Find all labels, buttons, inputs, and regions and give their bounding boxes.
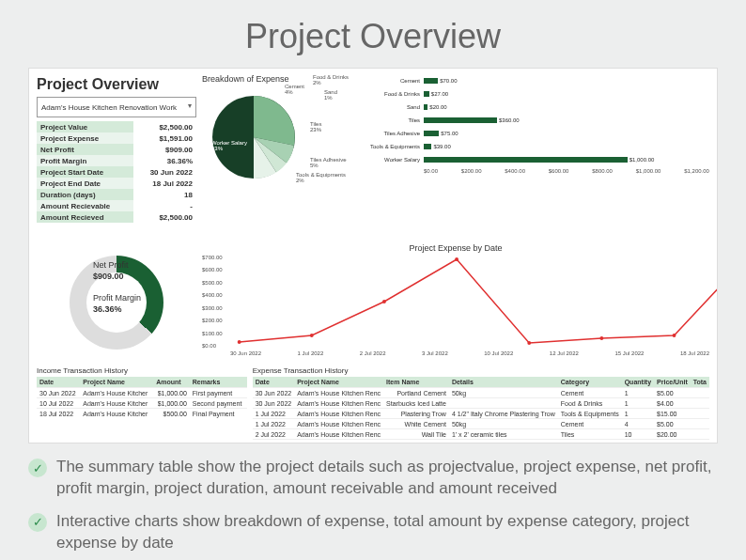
income-table: DateProject NameAmountRemarks30 Jun 2022… — [37, 377, 247, 418]
expense-table: DateProject NameItem NameDetailsCategory… — [253, 377, 709, 443]
expense-title: Expense Transaction History — [253, 366, 709, 375]
svg-point-5 — [527, 341, 531, 345]
line-chart: Project Expense by Date $0.00$100.00$200… — [202, 243, 709, 361]
table-row: 30 Jun 2022Adam's House Kitcher$1,000.00… — [37, 388, 247, 398]
page-title: Project Overview — [28, 17, 718, 56]
table-row: 1 Jul 2022Adam's House Kitchen RencPlast… — [253, 409, 709, 419]
pie-label-cem: Cement4% — [285, 84, 304, 95]
check-icon: ✓ — [28, 459, 47, 477]
svg-point-4 — [455, 257, 458, 261]
expense-table-wrap: Expense Transaction History DateProject … — [253, 365, 709, 443]
pie-label-worker: Worker Salary63% — [211, 140, 247, 151]
line-title: Project Expense by Date — [202, 243, 709, 253]
project-name-text: Adam's House Kitchen Renovation Work — [41, 103, 177, 112]
table-row: 30 Jun 2022Adam's House Kitchen RencStar… — [253, 398, 709, 409]
feature-text: Interactive charts show breakdown of exp… — [56, 511, 718, 554]
pie-label-ta: Tiles Adhesive5% — [310, 157, 346, 168]
check-icon: ✓ — [28, 513, 47, 532]
income-title: Income Transaction History — [37, 366, 247, 375]
pie-label-sand: Sand1% — [324, 89, 337, 101]
table-row: 2 Jul 2022Adam's House Kitchen RencWall … — [253, 429, 709, 440]
bar-chart: Cement$70.00Food & Drinks$27.00Sand$20.0… — [367, 74, 709, 243]
bar-row: Tools & Equipments$39.00 — [367, 140, 709, 153]
bar-row: Tiles Adhesive$75.00 — [367, 127, 709, 140]
feature-item: ✓ Interactive charts show breakdown of e… — [28, 511, 718, 554]
svg-point-6 — [599, 336, 603, 340]
donut-np-label: Net Profit — [93, 260, 129, 270]
pie-label-fd: Food & Drinks2% — [313, 74, 349, 86]
svg-point-2 — [310, 334, 314, 337]
bar-row: Food & Drinks$27.00 — [367, 87, 709, 101]
table-row: 2 Jul 2022Adam's House Kitchen RencLunch… — [253, 440, 709, 444]
table-row: 18 Jul 2022Adam's House Kitcher$500.00Fi… — [37, 409, 247, 419]
donut-chart: Net Profit $909.00 Profit Margin 36.36% — [37, 243, 196, 361]
spreadsheet-preview: Project Overview Adam's House Kitchen Re… — [28, 68, 718, 443]
bar-row: Worker Salary$1,000.00 — [367, 153, 709, 166]
svg-point-7 — [673, 334, 676, 337]
donut-np-value: $909.00 — [93, 272, 141, 283]
bar-row: Tiles$360.00 — [367, 114, 709, 127]
donut-pm-value: 36.36% — [93, 304, 141, 316]
overview-heading: Project Overview — [37, 76, 196, 93]
pie-label-tiles: Tiles23% — [310, 121, 321, 132]
bar-row: Cement$70.00 — [367, 74, 709, 87]
summary-table: Project Value$2,500.00Project Expense$1,… — [37, 121, 196, 223]
svg-point-1 — [238, 340, 241, 344]
svg-point-3 — [382, 300, 386, 303]
table-row: 1 Jul 2022Adam's House Kitchen RencWhite… — [253, 419, 709, 429]
pie-label-tools: Tools & Equipments2% — [296, 172, 346, 183]
table-row: 30 Jun 2022Adam's House Kitchen RencPort… — [253, 388, 709, 398]
bar-row: Sand$20.00 — [367, 101, 709, 114]
pie-chart: Breakdown of Expense Worker Salary63% Ti… — [202, 74, 362, 243]
feature-list: ✓ The summary table show the project det… — [28, 457, 718, 554]
project-selector[interactable]: Adam's House Kitchen Renovation Work — [37, 97, 196, 117]
feature-item: ✓ The summary table show the project det… — [28, 457, 718, 500]
donut-pm-label: Profit Margin — [93, 293, 141, 303]
feature-text: The summary table show the project detai… — [56, 457, 718, 500]
income-table-wrap: Income Transaction History DateProject N… — [37, 365, 247, 443]
table-row: 10 Jul 2022Adam's House Kitcher$1,000.00… — [37, 398, 247, 409]
